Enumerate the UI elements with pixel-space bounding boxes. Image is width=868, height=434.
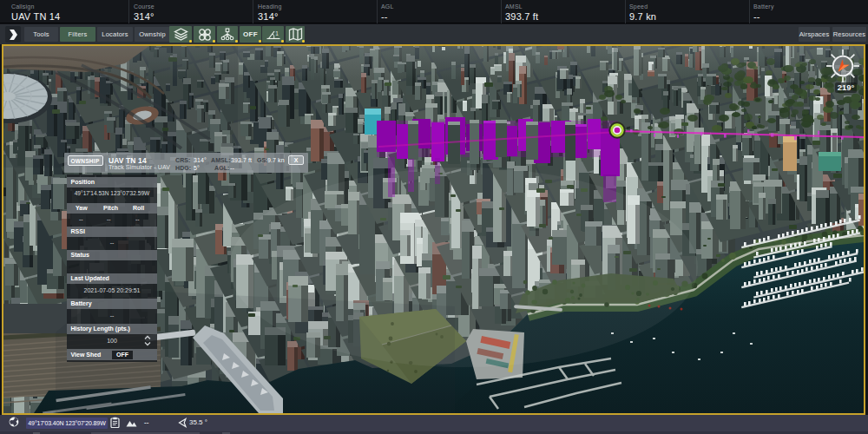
svg-text:1: 1 (275, 30, 279, 36)
